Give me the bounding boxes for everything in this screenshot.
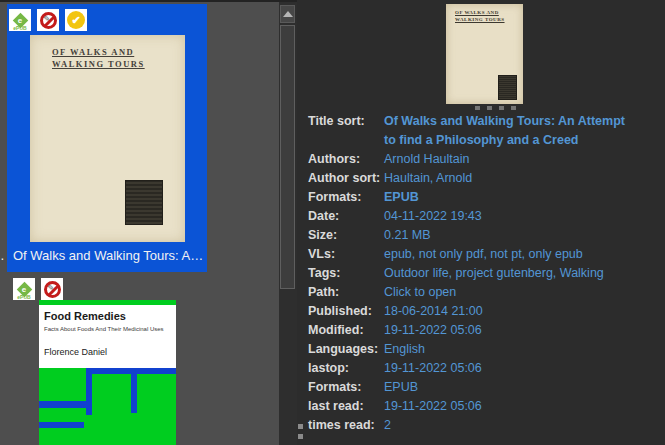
- book-tile-selected[interactable]: e ePUB ✎ ✔ OF WALKS AND WALKING TOURS Of…: [7, 4, 207, 272]
- cover-subtitle-text: Facts About Foods And Their Medicinal Us…: [44, 326, 164, 332]
- metadata-value-link[interactable]: English: [384, 340, 425, 359]
- metadata-label: VLs:: [308, 245, 384, 264]
- metadata-value-link[interactable]: 19-11-2022 05:06: [384, 359, 482, 378]
- metadata-label: Formats:: [308, 378, 384, 397]
- metadata-row: Title sort: Of Walks and Walking Tours: …: [308, 112, 658, 150]
- metadata-row: Formats: EPUB: [308, 378, 658, 397]
- up-arrow-icon: [283, 11, 293, 17]
- metadata-row: Size: 0.21 MB: [308, 226, 658, 245]
- cover-art-line: [39, 422, 84, 428]
- metadata-row: Published: 18-06-2014 21:00: [308, 302, 658, 321]
- metadata-label: Tags:: [308, 264, 384, 283]
- metadata-value-link[interactable]: Haultain, Arnold: [384, 169, 472, 188]
- metadata-value-link[interactable]: 04-11-2022 19:43: [384, 207, 482, 226]
- cover-splitter-handle[interactable]: [475, 106, 516, 110]
- book-cover[interactable]: OF WALKS AND WALKING TOURS: [30, 35, 185, 242]
- metadata-row: Date: 04-11-2022 19:43: [308, 207, 658, 226]
- read-check-icon: ✔: [65, 9, 87, 31]
- metadata-row: Tags: Outdoor life, project gutenberg, W…: [308, 264, 658, 283]
- metadata-label: Size:: [308, 226, 384, 245]
- metadata-row: last read: 19-11-2022 05:06: [308, 397, 658, 416]
- metadata-row: times read: 2: [308, 416, 658, 435]
- metadata-row: lastop: 19-11-2022 05:06: [308, 359, 658, 378]
- cover-grid[interactable]: … e ePUB ✎ ✔ OF WALKS AND WALKING TOURS: [0, 0, 279, 445]
- metadata-value-link[interactable]: Outdoor life, project gutenberg, Walking: [384, 264, 604, 283]
- metadata-value-link[interactable]: 19-11-2022 05:06: [384, 321, 482, 340]
- metadata-value-link[interactable]: EPUB: [384, 188, 419, 207]
- metadata-row: Author sort: Haultain, Arnold: [308, 169, 658, 188]
- metadata-value-link[interactable]: 18-06-2014 21:00: [384, 302, 483, 321]
- cover-art-line: [86, 368, 92, 415]
- no-edit-icon: ✎: [37, 9, 59, 31]
- metadata-label: Languages:: [308, 340, 384, 359]
- metadata-label: Modified:: [308, 321, 384, 340]
- metadata-label: Path:: [308, 283, 384, 302]
- metadata-label: Formats:: [308, 188, 384, 207]
- calibre-window: … e ePUB ✎ ✔ OF WALKS AND WALKING TOURS: [0, 0, 665, 445]
- cover-title-text: OF WALKS AND WALKING TOURS: [455, 9, 505, 23]
- epub-format-icon: e ePUB: [13, 278, 35, 300]
- metadata-value-link[interactable]: Arnold Haultain: [384, 150, 469, 169]
- metadata-value-link[interactable]: 0.21 MB: [384, 226, 431, 245]
- metadata-label: lastop:: [308, 359, 384, 378]
- grid-scrollbar[interactable]: [279, 0, 297, 445]
- scrollbar-thumb[interactable]: [280, 25, 295, 289]
- metadata-label: Date:: [308, 207, 384, 226]
- metadata-row: Authors: Arnold Haultain: [308, 150, 658, 169]
- cover-author-text: Florence Daniel: [44, 347, 107, 357]
- metadata-row: VLs: epub, not only pdf, not pt, only ep…: [308, 245, 658, 264]
- metadata-row: Formats: EPUB: [308, 188, 658, 207]
- metadata-value-link[interactable]: epub, not only pdf, not pt, only epub: [384, 245, 583, 264]
- metadata-row: Path: Click to open: [308, 283, 658, 302]
- metadata-row: Languages: English: [308, 340, 658, 359]
- metadata-label: Published:: [308, 302, 384, 321]
- metadata-label: Authors:: [308, 150, 384, 169]
- metadata-row: Modified: 19-11-2022 05:06: [308, 321, 658, 340]
- emblem-row: e ePUB ✎: [13, 278, 63, 300]
- metadata-value-link[interactable]: 2: [384, 416, 391, 435]
- book-caption: Of Walks and Walking Tours: A…: [13, 248, 203, 263]
- details-cover-thumbnail[interactable]: OF WALKS AND WALKING TOURS: [446, 4, 523, 104]
- epub-format-icon: e ePUB: [9, 9, 31, 31]
- clipped-caption-fragment: …: [0, 248, 5, 263]
- panel-splitter-handle[interactable]: [298, 424, 303, 439]
- metadata-value-link[interactable]: 19-11-2022 05:06: [384, 397, 482, 416]
- metadata-label: Author sort:: [308, 169, 384, 188]
- metadata-value-link[interactable]: Of Walks and Walking Tours: An Attempt t…: [384, 112, 640, 150]
- book-cover[interactable]: Food Remedies Facts About Foods And Thei…: [39, 300, 176, 445]
- no-edit-icon: ✎: [41, 278, 63, 300]
- metadata-value-link[interactable]: Click to open: [384, 283, 456, 302]
- metadata-list: Title sort: Of Walks and Walking Tours: …: [308, 112, 658, 435]
- cover-art-line: [39, 401, 86, 408]
- scroll-up-button[interactable]: [280, 5, 295, 23]
- emblem-row: e ePUB ✎ ✔: [9, 9, 87, 31]
- cover-title-text: Food Remedies: [44, 310, 126, 322]
- metadata-value-link[interactable]: EPUB: [384, 378, 418, 397]
- metadata-label: Title sort:: [308, 112, 384, 150]
- metadata-label: times read:: [308, 416, 384, 435]
- cover-illustration: [125, 180, 163, 225]
- cover-illustration: [498, 75, 517, 100]
- cover-art-line: [131, 374, 137, 413]
- cover-title-text: OF WALKS AND WALKING TOURS: [52, 46, 145, 70]
- book-details-panel: OF WALKS AND WALKING TOURS Title sort: O…: [297, 0, 665, 445]
- metadata-label: last read:: [308, 397, 384, 416]
